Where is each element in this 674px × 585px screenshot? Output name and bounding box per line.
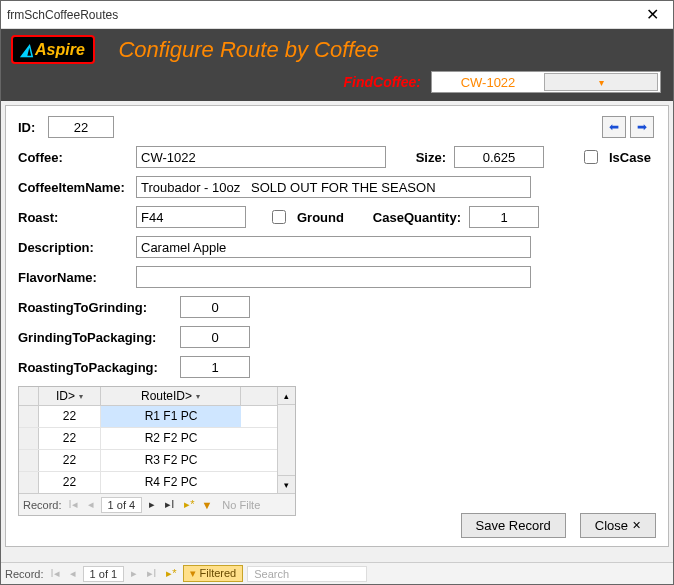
nav-prev-icon[interactable]: ◂ [67,567,79,580]
case-quantity-label: CaseQuantity: [365,210,461,225]
roast-label: Roast: [18,210,128,225]
scrollbar[interactable]: ▴ ▾ [277,387,295,493]
size-label: Size: [406,150,446,165]
record-label: Record: [5,568,44,580]
roasting-to-grinding-field[interactable] [180,296,250,318]
find-coffee-value: CW-1022 [432,75,544,90]
cell-id[interactable]: 22 [39,428,101,449]
no-filter-label: No Filte [216,499,260,511]
funnel-icon[interactable]: ▼ [201,499,212,511]
nav-first-icon[interactable]: I◂ [48,567,63,580]
grinding-to-packaging-label: GrindingToPackaging: [18,330,172,345]
coffee-label: Coffee: [18,150,128,165]
chevron-down-icon[interactable]: ▾ [196,392,200,401]
col-route[interactable]: RouteID>▾ [101,387,241,405]
description-label: Description: [18,240,128,255]
table-row[interactable]: 22R1 F1 PC [19,406,295,428]
iscase-checkbox[interactable] [584,150,598,164]
header: ◭Aspire Configure Route by Coffee FindCo… [1,29,673,101]
find-coffee-combo[interactable]: CW-1022 ▾ [431,71,661,93]
save-record-button[interactable]: Save Record [461,513,566,538]
table-row[interactable]: 22R2 F2 PC [19,428,295,450]
nav-last-icon[interactable]: ▸I [144,567,159,580]
scroll-down-icon[interactable]: ▾ [278,475,295,493]
roasting-to-grinding-label: RoastingToGrinding: [18,300,172,315]
cell-route[interactable]: R2 F2 PC [101,428,241,449]
page-title: Configure Route by Coffee [118,37,379,63]
nav-prev-icon[interactable]: ◂ [85,498,97,511]
nav-next-icon[interactable]: ▸ [146,498,158,511]
nav-next-icon[interactable]: ▸ [128,567,140,580]
id-label: ID: [18,120,40,135]
scroll-up-icon[interactable]: ▴ [278,387,295,405]
nav-first-icon[interactable]: I◂ [66,498,81,511]
ground-checkbox[interactable] [272,210,286,224]
grid-corner[interactable] [19,387,39,405]
cell-route[interactable]: R3 F2 PC [101,450,241,471]
coffee-field[interactable] [136,146,386,168]
col-id[interactable]: ID>▾ [39,387,101,405]
cell-route[interactable]: R4 F2 PC [101,472,241,493]
record-counter[interactable]: 1 of 4 [101,497,143,513]
aspire-logo: ◭Aspire [11,35,95,64]
grid-header: ID>▾ RouteID>▾ [19,387,295,406]
row-selector[interactable] [19,406,39,427]
nav-new-icon[interactable]: ▸* [163,567,179,580]
outer-record-nav: Record: I◂ ◂ 1 of 1 ▸ ▸I ▸* ▾ Filtered S… [1,562,673,584]
routes-subform: ID>▾ RouteID>▾ 22R1 F1 PC22R2 F2 PC22R3 … [18,386,296,516]
cell-id[interactable]: 22 [39,472,101,493]
chevron-down-icon[interactable]: ▾ [79,392,83,401]
coffee-item-name-label: CoffeeItemName: [18,180,128,195]
close-x-icon: ✕ [632,519,641,532]
roasting-to-packaging-label: RoastingToPackaging: [18,360,172,375]
size-field[interactable] [454,146,544,168]
id-field[interactable] [48,116,114,138]
window-title: frmSchCoffeeRoutes [7,8,118,22]
form-body: ⬅ ➡ ID: Coffee: Size: IsCase CoffeeItemN… [5,105,669,547]
prev-record-button[interactable]: ⬅ [602,116,626,138]
row-selector[interactable] [19,428,39,449]
nav-last-icon[interactable]: ▸I [162,498,177,511]
flavor-name-label: FlavorName: [18,270,128,285]
cell-route[interactable]: R1 F1 PC [101,406,241,427]
triangle-icon: ◭ [21,41,33,58]
roasting-to-packaging-field[interactable] [180,356,250,378]
cell-id[interactable]: 22 [39,450,101,471]
close-icon[interactable]: ✕ [638,3,667,26]
case-quantity-field[interactable] [469,206,539,228]
ground-label: Ground [297,210,357,225]
chevron-down-icon[interactable]: ▾ [544,73,658,91]
close-button[interactable]: Close✕ [580,513,656,538]
record-counter[interactable]: 1 of 1 [83,566,125,582]
filtered-badge[interactable]: ▾ Filtered [183,565,243,582]
row-selector[interactable] [19,450,39,471]
iscase-label: IsCase [609,150,651,165]
description-field[interactable] [136,236,531,258]
next-record-button[interactable]: ➡ [630,116,654,138]
grinding-to-packaging-field[interactable] [180,326,250,348]
logo-text: Aspire [35,41,85,58]
cell-id[interactable]: 22 [39,406,101,427]
table-row[interactable]: 22R4 F2 PC [19,472,295,493]
coffee-item-name-field[interactable] [136,176,531,198]
record-label: Record: [23,499,62,511]
funnel-icon: ▾ [190,567,196,579]
subform-record-nav: Record: I◂ ◂ 1 of 4 ▸ ▸I ▸* ▼ No Filte [19,493,295,515]
search-input[interactable]: Search [247,566,367,582]
roast-field[interactable] [136,206,246,228]
find-coffee-label: FindCoffee: [343,74,421,90]
row-selector[interactable] [19,472,39,493]
nav-new-icon[interactable]: ▸* [181,498,197,511]
title-bar: frmSchCoffeeRoutes ✕ [1,1,673,29]
flavor-name-field[interactable] [136,266,531,288]
table-row[interactable]: 22R3 F2 PC [19,450,295,472]
